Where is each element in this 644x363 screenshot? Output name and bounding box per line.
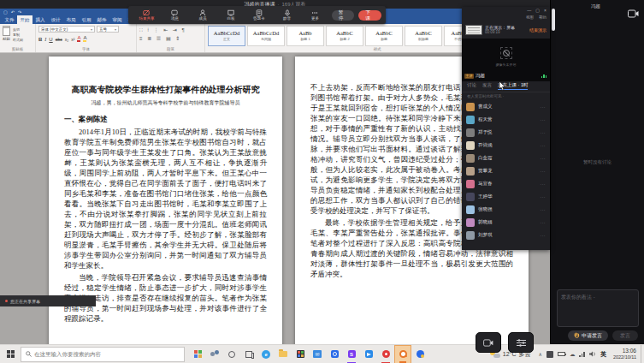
more-button[interactable]: 更多 — [301, 9, 329, 21]
member-row[interactable]: 贾攀龙 ··· — [462, 164, 550, 177]
tab-file[interactable]: 文件 — [2, 15, 17, 24]
style-chip-heading2[interactable]: AaBbC 标题 2 — [326, 26, 363, 46]
member-more-button[interactable]: ··· — [541, 117, 547, 122]
show-desktop-button[interactable] — [641, 345, 644, 363]
search-input[interactable] — [34, 351, 180, 357]
presenter-video-tile[interactable]: 摄像头未开启 主讲 冯超 — [462, 39, 550, 81]
tab-speak[interactable]: 发言 — [482, 83, 492, 90]
member-row[interactable]: 程天营 ··· — [462, 113, 550, 126]
tab-mailings[interactable]: 邮件 — [94, 15, 109, 24]
chat-button[interactable]: 消息 — [161, 9, 189, 21]
cloud-icon[interactable]: ☁ — [570, 351, 576, 358]
taskbar-icon-live-class-active[interactable] — [394, 345, 411, 363]
format-painter-button[interactable]: 格式刷 — [13, 38, 23, 42]
member-more-button[interactable]: ··· — [541, 156, 547, 161]
tab-home[interactable]: 开始 — [17, 15, 32, 24]
font-size-combo[interactable]: 五号 ▾ — [97, 26, 119, 33]
member-more-button[interactable]: ··· — [541, 104, 547, 110]
quiz-button[interactable]: 答题卡 — [245, 9, 273, 21]
member-row[interactable]: 马宜春 ··· — [462, 177, 550, 190]
underline-button[interactable]: U — [49, 37, 52, 42]
pause-class-button[interactable]: 暂停 — [332, 10, 355, 21]
taskbar-icon-explorer[interactable] — [275, 345, 292, 363]
member-row[interactable]: 白金霞 ··· — [462, 152, 550, 164]
taskbar-icon-task-view[interactable] — [240, 345, 257, 363]
discussion-input[interactable] — [558, 290, 638, 326]
member-more-button[interactable]: ··· — [541, 182, 547, 187]
member-row[interactable]: 乔诗涵 ··· — [462, 139, 550, 152]
superscript-button[interactable]: x² — [71, 37, 74, 42]
font-name-combo[interactable]: 宋体 (中文正文) ▾ — [38, 26, 95, 33]
tab-insert[interactable]: 插入 — [32, 15, 48, 24]
camera-icon[interactable] — [628, 9, 639, 18]
member-row[interactable]: 郭晓娟 ··· — [462, 216, 550, 229]
member-row[interactable]: 张晓强 ··· — [462, 203, 550, 216]
tab-review[interactable]: 审阅 — [109, 15, 125, 24]
undo-icon[interactable]: ↶ — [11, 9, 15, 15]
end-class-button[interactable]: 下课 — [358, 10, 381, 21]
end-share-button[interactable]: 结束共享 — [133, 9, 161, 21]
taskbar-icon-purple-app[interactable]: S — [343, 345, 360, 363]
bold-button[interactable]: B — [38, 37, 42, 42]
paste-button[interactable]: 粘贴 — [3, 26, 10, 46]
member-more-button[interactable]: ··· — [541, 233, 547, 238]
member-row[interactable]: 王婷华 ··· — [462, 190, 550, 203]
settings-sliders-button[interactable] — [508, 332, 534, 353]
member-more-button[interactable]: ··· — [541, 169, 547, 174]
tab-design[interactable]: 设计 — [48, 15, 63, 24]
member-row[interactable]: 曹成义 ··· — [462, 100, 550, 113]
members-button[interactable]: 成员 — [189, 9, 217, 21]
copy-button[interactable]: 复制 — [13, 33, 23, 37]
send-speech-button[interactable]: 发言 — [612, 330, 638, 341]
tab-references[interactable]: 引用 — [79, 15, 94, 24]
network-icon[interactable] — [579, 352, 585, 357]
tray-expand-icon[interactable]: ∧ — [538, 351, 541, 357]
member-row[interactable]: 刘梦琪 ··· — [462, 229, 550, 241]
taskbar-icon-red-app[interactable] — [377, 345, 394, 363]
taskbar-icon-security[interactable] — [326, 345, 343, 363]
start-button[interactable] — [0, 345, 21, 363]
highlight-color-button[interactable]: A — [83, 35, 86, 42]
member-more-button[interactable]: ··· — [541, 130, 547, 135]
close-icon[interactable]: × — [544, 8, 547, 13]
mute-button[interactable]: 静音 — [273, 9, 301, 21]
style-chip-heading1[interactable]: AaBb 标题 1 — [287, 26, 324, 46]
minimize-icon[interactable]: — — [527, 8, 531, 13]
taskbar-icon-edge[interactable]: e — [257, 345, 275, 363]
member-more-button[interactable]: ··· — [541, 194, 547, 199]
save-icon[interactable]: ▢ — [3, 9, 8, 15]
cut-button[interactable]: 剪切 — [13, 27, 23, 32]
share-thumbnail[interactable] — [465, 25, 482, 35]
view-menu[interactable]: 视图 — [526, 15, 534, 20]
taskbar-icon-blue-yellow-app[interactable] — [411, 345, 428, 363]
tab-discussion[interactable]: 讨论 — [467, 83, 476, 90]
taskbar-search[interactable] — [21, 347, 185, 362]
taskbar-icon-mail[interactable]: ✉ — [309, 345, 326, 363]
style-chip-title[interactable]: AaBbC 标题 — [365, 26, 403, 46]
apply-to-speak-button[interactable]: 申请发言 — [568, 330, 608, 341]
stop-presenting-link[interactable]: 结束演示 — [529, 27, 547, 33]
volume-icon[interactable] — [589, 351, 596, 357]
taskbar-icon-messenger[interactable] — [360, 345, 377, 363]
member-row[interactable]: 郑予悦 ··· — [462, 126, 550, 139]
tray-app-icon[interactable] — [547, 351, 553, 358]
style-chip-normal[interactable]: AaBbCcDd 正文 — [208, 26, 245, 46]
help-menu[interactable]: 帮助 — [539, 15, 547, 20]
ime-indicator[interactable]: 英 — [600, 350, 606, 359]
battery-icon[interactable] — [558, 352, 565, 356]
member-more-button[interactable]: ··· — [541, 220, 547, 225]
strikethrough-button[interactable]: abc — [56, 37, 62, 42]
taskbar-clock[interactable]: 13:06 2022/10/11 — [613, 348, 641, 360]
camera-toggle-button[interactable] — [476, 332, 501, 353]
scrollbar-thumb[interactable] — [552, 9, 555, 31]
italic-button[interactable]: I — [44, 37, 46, 42]
taskbar-icon-widgets[interactable] — [189, 345, 206, 363]
taskbar-icon-cortana[interactable] — [223, 345, 240, 363]
tab-layout[interactable]: 布局 — [63, 15, 79, 24]
discussion-input-box[interactable] — [557, 289, 639, 327]
taskbar-icon-people[interactable] — [206, 345, 223, 363]
member-more-button[interactable]: ··· — [541, 143, 547, 148]
taskbar-icon-store[interactable] — [292, 345, 309, 363]
whiteboard-button[interactable]: 白板 — [216, 9, 245, 21]
redo-icon[interactable]: ↷ — [18, 9, 21, 15]
